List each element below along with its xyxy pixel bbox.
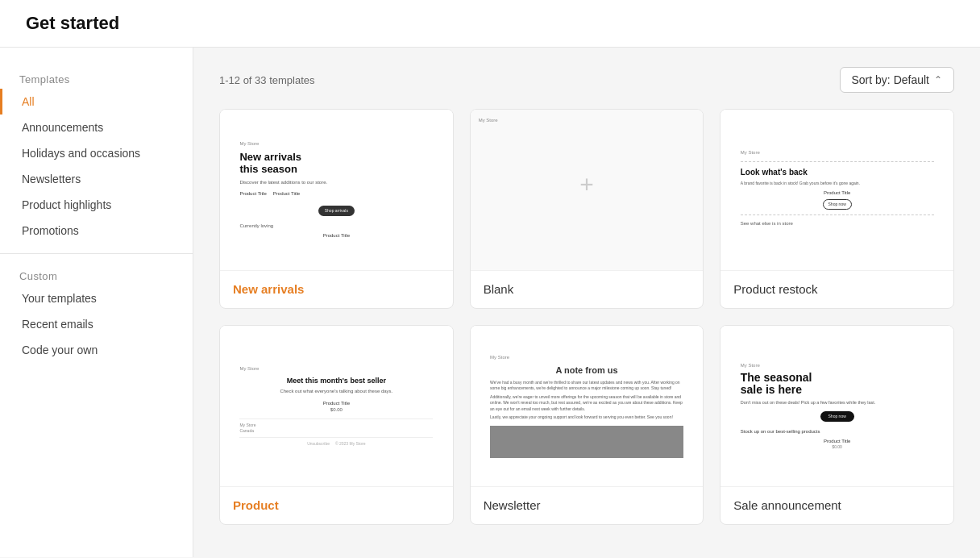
- template-footer-sale-announcement: Sale announcement: [720, 487, 953, 524]
- template-footer-blank: Blank: [471, 271, 704, 308]
- template-preview-newsletter: My Store A note from us We've had a busy…: [471, 326, 704, 487]
- sidebar-item-your-templates[interactable]: Your templates: [0, 285, 193, 311]
- sidebar-item-promotions[interactable]: Promotions: [0, 218, 193, 244]
- template-card-product[interactable]: My Store Meet this month's best seller C…: [219, 325, 454, 525]
- content-header: 1-12 of 33 templates Sort by: Default ⌃: [219, 67, 954, 93]
- template-name-sale-announcement: Sale announcement: [733, 498, 841, 512]
- sidebar-section-templates: Templates: [0, 67, 193, 89]
- template-card-sale-announcement[interactable]: My Store The seasonalsale is here Don't …: [720, 325, 954, 525]
- sidebar-item-code-your-own[interactable]: Code your own: [0, 337, 193, 363]
- chevron-icon: ⌃: [934, 74, 942, 85]
- template-footer-new-arrivals: New arrivals: [220, 271, 453, 308]
- sort-button[interactable]: Sort by: Default ⌃: [840, 67, 955, 93]
- sidebar-item-announcements[interactable]: Announcements: [0, 115, 193, 140]
- sidebar-item-all[interactable]: All: [0, 89, 193, 115]
- sidebar-item-holidays[interactable]: Holidays and occasions: [0, 140, 193, 166]
- template-card-blank[interactable]: My Store + Blank: [470, 109, 704, 309]
- content-area: 1-12 of 33 templates Sort by: Default ⌃ …: [193, 48, 980, 557]
- sidebar-item-newsletters[interactable]: Newsletters: [0, 166, 193, 192]
- templates-grid: My Store New arrivalsthis season Discove…: [219, 109, 954, 525]
- sort-label: Sort by: Default: [852, 73, 930, 86]
- template-name-new-arrivals: New arrivals: [233, 282, 304, 296]
- template-card-newsletter[interactable]: My Store A note from us We've had a busy…: [470, 325, 704, 525]
- sidebar-item-product-highlights[interactable]: Product highlights: [0, 192, 193, 218]
- sidebar-item-recent-emails[interactable]: Recent emails: [0, 311, 193, 337]
- template-name-newsletter: Newsletter: [484, 498, 541, 512]
- template-name-product: Product: [233, 498, 279, 512]
- template-card-product-restock[interactable]: My Store Look what's back A brand favori…: [720, 109, 954, 309]
- template-name-blank: Blank: [484, 282, 514, 296]
- template-footer-product-restock: Product restock: [720, 271, 953, 308]
- sidebar-section-custom: Custom: [0, 264, 193, 285]
- template-footer-product: Product: [220, 487, 453, 524]
- template-name-product-restock: Product restock: [733, 282, 817, 296]
- template-preview-blank: My Store +: [471, 110, 704, 271]
- sidebar: Templates All Announcements Holidays and…: [0, 48, 193, 557]
- templates-count: 1-12 of 33 templates: [219, 74, 315, 86]
- sidebar-divider: [0, 253, 193, 254]
- template-preview-sale-announcement: My Store The seasonalsale is here Don't …: [720, 326, 953, 487]
- template-preview-new-arrivals: My Store New arrivalsthis season Discove…: [220, 110, 453, 271]
- page-title: Get started: [26, 13, 119, 33]
- template-footer-newsletter: Newsletter: [471, 487, 704, 524]
- blank-preview-area: My Store +: [471, 110, 704, 270]
- template-preview-product: My Store Meet this month's best seller C…: [220, 326, 453, 487]
- template-preview-product-restock: My Store Look what's back A brand favori…: [720, 110, 953, 271]
- template-card-new-arrivals[interactable]: My Store New arrivalsthis season Discove…: [219, 109, 454, 309]
